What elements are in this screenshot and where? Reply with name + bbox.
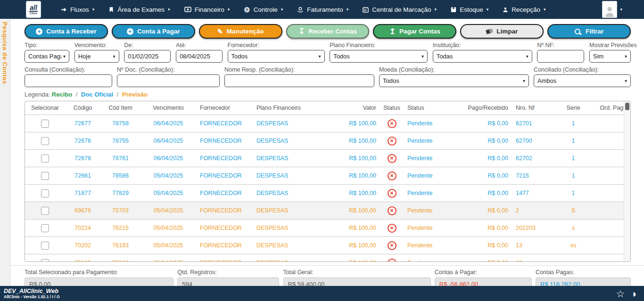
filter-label-doc: Nº Doc. (Conciliação):: [117, 66, 220, 73]
cell-plano: DESPESAS: [253, 254, 335, 262]
nav-item-controle[interactable]: ⚙Controle▾: [244, 6, 283, 13]
conta-a-receber-button[interactable]: +Conta à Receber: [25, 24, 108, 39]
cell-selecionar: [25, 115, 65, 132]
filter-field-moeda: Moeda (Conciliação):Todos▾: [379, 66, 529, 87]
column-header-5: Plano Financeiro: [253, 101, 335, 115]
row-checkbox[interactable]: [41, 137, 49, 145]
cell-codigo: 72676: [65, 132, 100, 150]
chevron-down-icon: ▾: [63, 54, 66, 59]
results-grid: SelecionarCódigoCód ItemVencimentoFornec…: [25, 101, 631, 262]
filter-ate-input[interactable]: [176, 50, 223, 63]
nav-item-label: Estoque: [460, 6, 483, 13]
conta-a-pagar-button[interactable]: +Conta à Pagar: [112, 24, 195, 39]
filter-label-conciliado: Conciliado (Conciliação):: [534, 66, 631, 73]
table-row[interactable]: 702247621505/04/2025FORNECEDORDESPESASR$…: [25, 220, 624, 237]
legend-separator: /: [74, 91, 79, 98]
chevron-down-icon: ▾: [168, 7, 170, 12]
chevron-down-icon: ▾: [435, 7, 437, 12]
filter-de-input[interactable]: [124, 50, 171, 63]
nav-item-central-de-marcacao[interactable]: Central de Marcação▾: [363, 6, 437, 13]
cell-plano: DESPESAS: [253, 220, 335, 237]
nav-item-fluxos[interactable]: Fluxos▾: [61, 6, 94, 13]
cell-serie: s: [552, 220, 594, 237]
app-info: DEV_AllClinic_Web AllClinic - Versão 1.5…: [4, 288, 60, 299]
filter-plano-financeiro-select[interactable]: Todos▾: [330, 50, 428, 63]
table-row[interactable]: 726777875806/04/2025FORNECEDORDESPESASR$…: [25, 115, 624, 132]
row-checkbox[interactable]: [41, 172, 49, 180]
filter-field-nome-resp: Nome Resp. (Conciliação):: [224, 66, 374, 87]
total-value-qtd-registros: 594: [177, 277, 279, 286]
filter-field-tipo: Tipo:Contas Pagas▾: [25, 42, 69, 63]
plus-circle-icon: +: [36, 28, 42, 35]
manutencao-button[interactable]: ✎Manutenção: [199, 24, 282, 39]
total-contas-pagas: Contas Pagas:R$ 116.262,00: [536, 269, 631, 286]
pagar-contas-button[interactable]: ↥Pagar Contas: [373, 24, 456, 39]
filter-doc-input[interactable]: [117, 74, 220, 87]
filter-fornecedor-select[interactable]: Todos▾: [228, 50, 325, 63]
filter-mostrar-previsoes-select[interactable]: Sim▾: [589, 50, 631, 63]
table-scrollbar[interactable]: [624, 101, 630, 261]
cell-ord_pagto: [594, 202, 624, 220]
star-icon[interactable]: ☆: [616, 289, 625, 299]
filter-conciliado-select[interactable]: Ambos▾: [534, 74, 631, 87]
total-contas-a-pagar: Contas à Pagar:R$ -56.862,00: [435, 269, 532, 286]
row-checkbox[interactable]: [41, 189, 49, 197]
page-body: Pesquisa de Contas +Conta à Receber+Cont…: [0, 19, 644, 286]
total-qtd-registros: Qtd. Registros:594: [177, 269, 279, 286]
nav-item-recepcao[interactable]: Recepção▾: [503, 6, 545, 13]
filtrar-button[interactable]: Filtrar: [547, 24, 631, 39]
cell-status-icon: ×: [380, 167, 404, 185]
contrast-icon[interactable]: ◑: [630, 289, 636, 299]
table-row[interactable]: 718777782905/04/2025FORNECEDORDESPESASR$…: [25, 185, 624, 202]
receber-contas-button[interactable]: ↧Receber Contas: [286, 24, 370, 39]
table-row[interactable]: 726787876106/04/2025FORNECEDORDESPESASR$…: [25, 150, 624, 167]
total-label-total-geral: Total Geral:: [283, 269, 431, 276]
filter-consulta-input[interactable]: [25, 74, 112, 87]
row-checkbox[interactable]: [41, 224, 49, 232]
content-panel: +Conta à Receber+Conta à Pagar✎Manutençã…: [10, 19, 644, 286]
logo-text: all: [29, 5, 38, 12]
filter-tipo-select[interactable]: Contas Pagas▾: [25, 50, 69, 63]
table-row[interactable]: 702027619305/04/2025FORNECEDORDESPESASR$…: [25, 237, 624, 254]
chevron-down-icon: ▾: [113, 54, 116, 59]
nav-item-estoque[interactable]: Estoque▾: [451, 6, 488, 13]
cell-valor: R$ 100,00: [335, 167, 380, 185]
row-checkbox[interactable]: [41, 259, 49, 262]
filter-moeda-select[interactable]: Todos▾: [379, 74, 529, 87]
avatar[interactable]: [602, 1, 617, 18]
nav-item-area-de-exames[interactable]: Área de Exames▾: [108, 6, 170, 13]
row-checkbox[interactable]: [41, 242, 49, 250]
nav-item-faturamento[interactable]: Faturamento▾: [297, 6, 348, 13]
table-scrollbar-thumb[interactable]: [625, 103, 629, 110]
cell-ord_pagto: [594, 237, 624, 254]
cell-nf: 202203: [512, 220, 552, 237]
cell-cod_item: 76215: [100, 220, 140, 237]
button-label: Conta à Receber: [46, 28, 97, 35]
table-row[interactable]: 701897618005/04/2025FORNECEDORDESPESASR$…: [25, 254, 624, 262]
nav-item-financeiro[interactable]: Financeiro▾: [184, 6, 230, 13]
row-checkbox[interactable]: [41, 207, 49, 215]
row-checkbox[interactable]: [41, 155, 49, 163]
filters-row-1: Tipo:Contas Pagas▾Vencimento:Hoje▾De:Até…: [10, 42, 644, 63]
cell-fornecedor: FORNECEDOR: [196, 220, 253, 237]
app-logo[interactable]: all Clinic: [26, 1, 41, 18]
chevron-down-icon: ▾: [487, 7, 489, 12]
filter-instituicao-select[interactable]: Todas▾: [433, 50, 532, 63]
limpar-button[interactable]: Limpar: [460, 24, 544, 39]
filter-vencimento-select[interactable]: Hoje▾: [74, 50, 119, 63]
filter-nf-input[interactable]: [537, 50, 584, 63]
cell-plano: DESPESAS: [253, 167, 335, 185]
status-cancel-icon: ×: [388, 154, 396, 163]
cell-status: Pendente: [404, 220, 458, 237]
table-row[interactable]: 726617858605/04/2025FORNECEDORDESPESASR$…: [25, 167, 624, 185]
cell-nf: 62702: [512, 150, 552, 167]
user-menu[interactable]: ▾: [602, 1, 622, 18]
row-checkbox[interactable]: [41, 120, 49, 128]
page-title: Pesquisa de Contas: [1, 22, 8, 286]
filter-nome-resp-input[interactable]: [224, 74, 374, 87]
chevron-down-icon: ▾: [625, 78, 627, 83]
column-header-8: Status: [404, 101, 458, 115]
plus-circle-icon: +: [127, 28, 133, 35]
table-row[interactable]: 726767875506/04/2025FORNECEDORDESPESASR$…: [25, 132, 624, 150]
table-row[interactable]: 696767570305/04/2025FORNECEDORDESPESASR$…: [25, 202, 624, 220]
